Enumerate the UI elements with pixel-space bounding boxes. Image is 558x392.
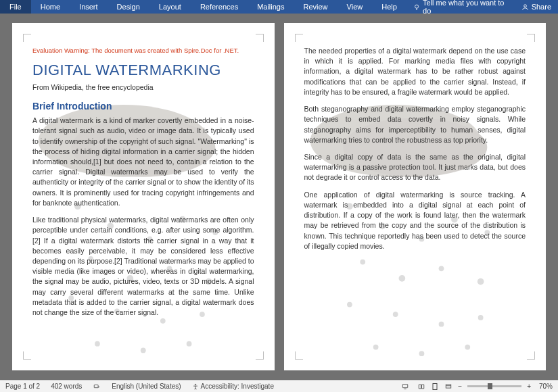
tell-me[interactable]: Tell me what you want to do [406, 0, 515, 15]
crop-mark [295, 351, 303, 360]
tab-layout[interactable]: Layout [149, 0, 191, 14]
tab-view[interactable]: View [338, 0, 373, 14]
svg-point-27 [360, 260, 365, 265]
svg-rect-38 [95, 385, 99, 387]
crop-mark [256, 34, 264, 42]
status-bar: Page 1 of 2 402 words English (United St… [0, 380, 558, 392]
heading-brief-introduction: Brief Introduction [32, 99, 254, 113]
tell-me-label: Tell me what you want to do [423, 0, 508, 15]
view-web-layout[interactable] [442, 382, 455, 391]
view-print-layout[interactable] [429, 382, 441, 391]
print-layout-icon [431, 383, 439, 391]
crop-mark [527, 351, 535, 360]
svg-rect-42 [446, 385, 452, 388]
svg-point-35 [373, 345, 378, 350]
svg-rect-40 [403, 384, 409, 387]
status-accessibility[interactable]: Accessibility: Investigate [187, 383, 279, 390]
crop-mark [256, 351, 264, 360]
paragraph: The needed properties of a digital water… [304, 46, 526, 97]
tab-review[interactable]: Review [294, 0, 338, 14]
crop-mark [527, 34, 535, 42]
zoom-level[interactable]: 70% [534, 383, 558, 390]
page-title: DIGITAL WATERMARKING [32, 59, 254, 81]
svg-point-28 [398, 275, 405, 282]
page-subtitle: From Wikipedia, the free encyclopedia [32, 82, 254, 93]
share-label: Share [532, 3, 551, 11]
status-page[interactable]: Page 1 of 2 [0, 383, 45, 390]
status-words[interactable]: 402 words [45, 383, 87, 390]
svg-point-32 [392, 312, 398, 317]
svg-point-1 [524, 4, 526, 7]
view-read-mode[interactable] [415, 382, 427, 391]
tab-help[interactable]: Help [372, 0, 406, 14]
crop-mark [295, 34, 303, 42]
svg-point-18 [141, 348, 146, 353]
svg-point-19 [187, 341, 192, 347]
svg-point-37 [465, 345, 470, 350]
ribbon: File Home Insert Design Layout Reference… [0, 0, 558, 14]
page-2: The needed properties of a digital water… [284, 23, 547, 370]
page-1: Evaluation Warning: The document was cre… [12, 23, 275, 370]
svg-point-36 [419, 351, 424, 356]
paragraph: Both steganography and digital watermark… [304, 104, 526, 145]
accessibility-icon [192, 383, 199, 390]
paragraph: Like traditional physical watermarks, di… [32, 215, 254, 318]
read-mode-icon [417, 383, 426, 390]
tab-mailings[interactable]: Mailings [248, 0, 294, 14]
zoom-in[interactable]: + [524, 383, 534, 390]
tab-file[interactable]: File [0, 0, 31, 14]
person-icon [521, 3, 529, 11]
zoom-slider[interactable] [467, 385, 521, 387]
svg-point-31 [347, 302, 352, 308]
share-button[interactable]: Share [515, 3, 558, 11]
display-icon [401, 383, 409, 390]
status-language[interactable]: English (United States) [106, 383, 186, 390]
svg-point-30 [477, 278, 484, 285]
svg-point-29 [438, 266, 444, 271]
document-area[interactable]: Evaluation Warning: The document was cre… [0, 14, 558, 380]
paragraph: Since a digital copy of data is the same… [304, 152, 526, 183]
svg-point-0 [415, 5, 418, 8]
display-settings[interactable] [396, 383, 415, 390]
crop-mark [23, 34, 31, 42]
web-layout-icon [444, 383, 453, 390]
zoom-out[interactable]: − [455, 383, 465, 390]
status-spellcheck[interactable] [87, 383, 106, 390]
status-accessibility-label: Accessibility: Investigate [201, 383, 274, 390]
tab-home[interactable]: Home [31, 0, 70, 14]
tab-insert[interactable]: Insert [70, 0, 108, 14]
paragraph: A digital watermark is a kind of marker … [32, 116, 254, 208]
paragraph: One application of digital watermarking … [304, 190, 526, 251]
svg-point-39 [195, 384, 196, 385]
zoom-thumb[interactable] [488, 383, 492, 389]
tab-design[interactable]: Design [108, 0, 149, 14]
evaluation-warning: Evaluation Warning: The document was cre… [32, 46, 254, 55]
svg-point-17 [95, 341, 100, 347]
spellcheck-icon [93, 383, 101, 390]
svg-point-34 [478, 315, 483, 320]
svg-rect-41 [433, 383, 437, 389]
crop-mark [23, 351, 31, 360]
tab-references[interactable]: References [191, 0, 248, 14]
svg-point-33 [438, 322, 444, 327]
svg-point-15 [160, 318, 166, 324]
lightbulb-icon [413, 3, 420, 11]
